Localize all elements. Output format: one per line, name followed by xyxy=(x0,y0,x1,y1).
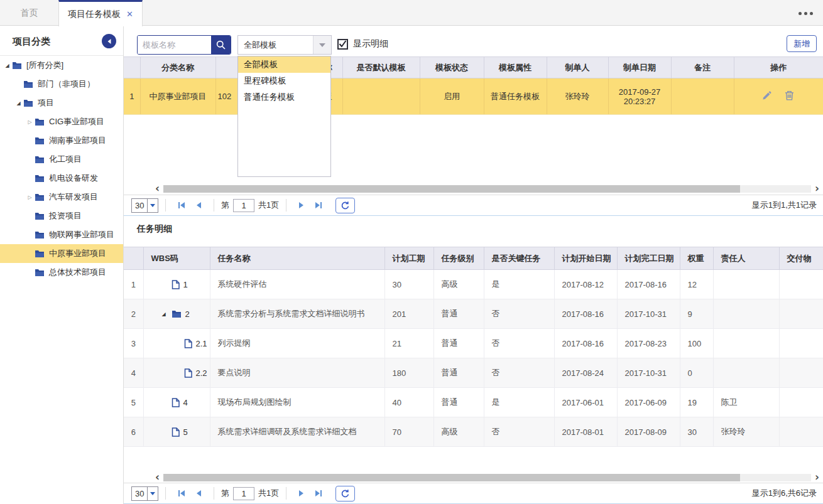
task-detail-title: 任务明细 xyxy=(137,223,172,235)
folder-icon xyxy=(35,231,45,239)
tab-project-task-template[interactable]: 项目任务模板 ✕ xyxy=(58,0,143,26)
page-size-select[interactable]: 30 xyxy=(131,486,158,501)
cell-wbs: 1 xyxy=(143,270,210,299)
tree-item-label: 机电设备研发 xyxy=(49,173,98,184)
tree-expander-icon[interactable] xyxy=(3,63,12,68)
cell-deliverable xyxy=(779,299,823,329)
scrollbar-track[interactable] xyxy=(163,474,811,481)
tree-expander-icon[interactable] xyxy=(14,100,23,106)
refresh-button[interactable] xyxy=(335,198,355,213)
cell-plan-end: 2017-10-31 xyxy=(617,358,680,388)
prev-page-button[interactable] xyxy=(195,490,202,497)
show-detail-label: 显示明细 xyxy=(353,38,388,50)
folder-icon xyxy=(35,137,45,145)
next-page-button[interactable] xyxy=(298,490,305,497)
first-page-button[interactable] xyxy=(177,490,186,497)
task-row[interactable]: 3 2.1 列示提纲 21 普通 否 2017-08-16 2017-08-23… xyxy=(124,329,823,358)
dropdown-option-normal-task[interactable]: 普通任务模板 xyxy=(238,89,330,105)
cell-duration: 21 xyxy=(384,329,433,358)
task-row[interactable]: 2 2 系统需求分析与系统需求文档详细说明书 201 普通 否 2017-08-… xyxy=(124,299,823,329)
cell-plan-start: 2017-08-12 xyxy=(554,270,617,299)
file-icon xyxy=(172,398,180,407)
more-tabs-icon[interactable] xyxy=(798,12,813,15)
tree-item-department[interactable]: 部门（非项目） xyxy=(0,75,123,94)
select-arrow-zone[interactable] xyxy=(313,36,331,54)
tree-item-auto-rd[interactable]: 汽车研发项目 xyxy=(0,188,123,206)
page-size-select[interactable]: 30 xyxy=(131,198,158,213)
cell-weight: 19 xyxy=(680,388,713,417)
scroll-left-icon[interactable]: ‹ xyxy=(151,183,163,194)
tree-expander-icon[interactable] xyxy=(25,119,35,125)
tree-item-label: 湖南事业部项目 xyxy=(49,135,106,146)
page-size-value: 30 xyxy=(132,199,147,212)
edit-icon[interactable] xyxy=(762,90,772,100)
cell-status: 启用 xyxy=(420,78,484,115)
template-name-search-input[interactable] xyxy=(138,36,211,54)
tab-close-icon[interactable]: ✕ xyxy=(126,10,133,18)
page-number-input[interactable] xyxy=(233,487,254,500)
tree-item-investment[interactable]: 投资项目 xyxy=(0,206,123,225)
cell-level: 高级 xyxy=(433,417,484,447)
dropdown-option-all[interactable]: 全部模板 xyxy=(238,56,330,73)
show-detail-group: 显示明细 xyxy=(337,38,388,50)
tree-item-label: 物联网事业部项目 xyxy=(49,229,114,240)
tree-item-project[interactable]: 项目 xyxy=(0,94,123,112)
scroll-right-icon[interactable]: › xyxy=(811,183,823,194)
tree-item-zhongyuan[interactable]: 中原事业部项目 xyxy=(0,244,123,263)
search-box xyxy=(137,35,231,55)
col-category: 分类名称 xyxy=(140,57,215,78)
cell-duration: 30 xyxy=(384,270,433,299)
prev-page-button[interactable] xyxy=(195,201,202,209)
cell-level: 普通 xyxy=(433,358,484,388)
scroll-right-icon[interactable]: › xyxy=(811,472,823,483)
tree-item-electromechanical[interactable]: 机电设备研发 xyxy=(0,169,123,188)
dropdown-option-milestone[interactable]: 里程碑模板 xyxy=(238,73,330,89)
page-number-input[interactable] xyxy=(233,199,254,212)
cell-row-num: 2 xyxy=(124,299,143,329)
page-size-value: 30 xyxy=(132,487,147,500)
tree-item-label: 中原事业部项目 xyxy=(49,248,106,259)
tree-expander-icon[interactable] xyxy=(160,311,168,317)
task-row[interactable]: 1 1 系统硬件评估 30 高级 是 2017-08-12 2017-08-16… xyxy=(124,270,823,299)
tree-item-label: 投资项目 xyxy=(49,210,82,222)
sidebar-collapse-button[interactable] xyxy=(102,34,116,48)
scrollbar-track[interactable] xyxy=(163,185,811,193)
tree-item-chemical[interactable]: 化工项目 xyxy=(0,150,123,169)
cell-deliverable xyxy=(779,358,823,388)
cell-weight: 12 xyxy=(680,270,713,299)
last-page-button[interactable] xyxy=(314,490,323,497)
template-row[interactable]: 1 中原事业部项目 102 板 启用 普通任务模板 张玲玲 2017-09-27… xyxy=(124,78,823,115)
first-page-button[interactable] xyxy=(177,201,186,209)
tree-expander-icon[interactable] xyxy=(25,195,35,200)
cell-actions xyxy=(734,78,823,115)
scrollbar-thumb[interactable] xyxy=(163,474,740,481)
task-row[interactable]: 4 2.2 要点说明 180 普通 否 2017-08-24 2017-10-3… xyxy=(124,358,823,388)
next-page-button[interactable] xyxy=(298,201,305,209)
task-row[interactable]: 6 5 系统需求详细调研及系统需求详细文档 70 高级 否 2017-08-01… xyxy=(124,417,823,447)
template-table: 分类名称 称 是否默认模板 模板状态 模板属性 制单人 制单日期 备注 操作 1… xyxy=(124,56,823,115)
last-page-button[interactable] xyxy=(314,201,323,209)
scroll-left-icon[interactable]: ‹ xyxy=(151,472,163,483)
cell-owner xyxy=(713,270,779,299)
scrollbar-thumb[interactable] xyxy=(163,185,740,193)
tree-item-hunan[interactable]: 湖南事业部项目 xyxy=(0,131,123,150)
cell-duration: 40 xyxy=(384,388,433,417)
tree-item-iot[interactable]: 物联网事业部项目 xyxy=(0,225,123,244)
add-button[interactable]: 新增 xyxy=(787,35,817,52)
col-plan-start: 计划开始日期 xyxy=(554,247,617,270)
tab-bar: 首页 项目任务模板 ✕ xyxy=(0,0,823,26)
toolbar: 全部模板 显示明细 新增 xyxy=(124,26,823,56)
tree-item-general-tech[interactable]: 总体技术部项目 xyxy=(0,263,123,282)
search-icon xyxy=(215,40,226,50)
refresh-button[interactable] xyxy=(335,486,355,501)
template-type-select[interactable]: 全部模板 xyxy=(237,35,332,55)
tab-home[interactable]: 首页 xyxy=(0,0,58,26)
search-button[interactable] xyxy=(211,36,231,54)
tree-item-cig[interactable]: CIG事业部项目 xyxy=(0,112,123,131)
cell-owner xyxy=(713,329,779,358)
tree-item-all-categories[interactable]: [所有分类] xyxy=(0,56,123,75)
delete-icon[interactable] xyxy=(785,90,794,100)
show-detail-checkbox[interactable] xyxy=(337,39,348,50)
page-total-label: 共1页 xyxy=(258,200,279,211)
task-row[interactable]: 5 4 现场布局规划图绘制 40 普通 是 2017-06-01 2017-06… xyxy=(124,388,823,417)
